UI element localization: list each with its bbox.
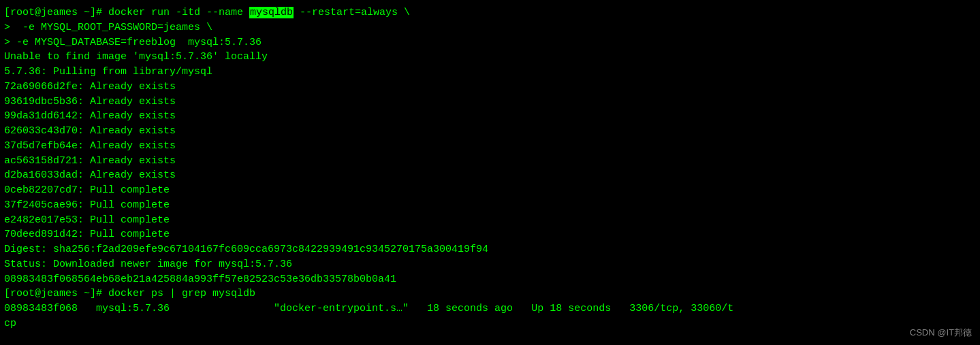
- terminal-line: > -e MYSQL_DATABASE=freeblog mysql:5.7.3…: [4, 35, 976, 50]
- terminal-line: e2482e017e53: Pull complete: [4, 213, 976, 228]
- terminal-line: 70deed891d42: Pull complete: [4, 227, 976, 242]
- terminal-line: [root@jeames ~]# docker run -itd --name …: [4, 5, 976, 20]
- terminal-line: d2ba16033dad: Already exists: [4, 168, 976, 183]
- terminal-line: 37d5d7efb64e: Already exists: [4, 139, 976, 154]
- terminal-line: Digest: sha256:f2ad209efe9c67104167fc609…: [4, 242, 976, 257]
- terminal-window: [root@jeames ~]# docker run -itd --name …: [0, 0, 980, 345]
- ps-output-line: 08983483f068 mysql:5.7.36 "docker-entryp…: [4, 301, 976, 316]
- line-text: [root@jeames ~]# docker run -itd --name: [4, 7, 249, 18]
- terminal-line: 08983483f068564eb68eb21a425884a993ff57e8…: [4, 272, 976, 287]
- terminal-line: 5.7.36: Pulling from library/mysql: [4, 65, 976, 80]
- watermark: CSDN @IT邦德: [910, 327, 972, 340]
- terminal-line: Status: Downloaded newer image for mysql…: [4, 257, 976, 272]
- terminal-line: 99da31dd6142: Already exists: [4, 109, 976, 124]
- highlight-mysqldb: mysqldb: [249, 7, 294, 18]
- terminal-line: 72a69066d2fe: Already exists: [4, 80, 976, 95]
- terminal-line: Unable to find image 'mysql:5.7.36' loca…: [4, 50, 976, 65]
- terminal-line: > -e MYSQL_ROOT_PASSWORD=jeames \: [4, 20, 976, 35]
- terminal-line: cp: [4, 316, 976, 331]
- line-text-after: --restart=always \: [294, 7, 410, 18]
- annotation-line: mysqldb: [270, 333, 976, 346]
- terminal-line: 37f2405cae96: Pull complete: [4, 198, 976, 213]
- terminal-line: 93619dbc5b36: Already exists: [4, 95, 976, 110]
- terminal-line: ac563158d721: Already exists: [4, 154, 976, 169]
- terminal-line: 0ceb82207cd7: Pull complete: [4, 183, 976, 198]
- terminal-line: [root@jeames ~]# docker ps | grep mysqld…: [4, 286, 976, 301]
- terminal-line: 626033c43d70: Already exists: [4, 124, 976, 139]
